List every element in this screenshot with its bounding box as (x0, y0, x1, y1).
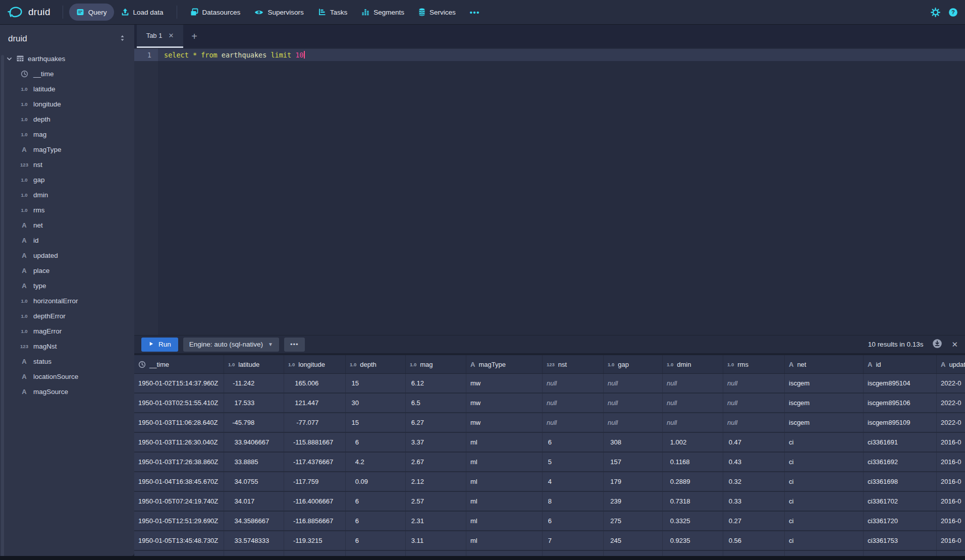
engine-select[interactable]: Engine: auto (sql-native) ▼ (183, 338, 279, 352)
cell-longitude[interactable]: -116.4006667 (284, 492, 346, 511)
cell-rms[interactable]: 0.33 (723, 492, 785, 511)
cell-net[interactable]: ci (785, 453, 864, 471)
cell-depth[interactable]: 6 (346, 512, 406, 530)
cell-latitude[interactable]: -45.798 (224, 413, 284, 432)
cell-updated[interactable]: 2016-0 (937, 531, 965, 550)
cell-rms[interactable]: 0.56 (723, 531, 785, 550)
cell-dmin[interactable]: null (663, 394, 723, 412)
sidebar-scrollbar[interactable] (1, 55, 4, 559)
nav-item-datasources[interactable]: Datasources (183, 4, 248, 21)
cell-depth[interactable]: 15 (346, 413, 406, 432)
cell-dmin[interactable]: 1.002 (663, 433, 723, 452)
cell-magType[interactable]: ml (466, 453, 543, 471)
cell-id[interactable]: ci3361691 (864, 433, 937, 452)
tab-close-icon[interactable]: ✕ (168, 32, 174, 39)
cell-longitude[interactable]: -117.759 (284, 472, 346, 491)
cell-longitude[interactable]: -119.3215 (284, 531, 346, 550)
cell-updated[interactable]: 2016-0 (937, 492, 965, 511)
download-results-icon[interactable] (932, 339, 942, 351)
cell-longitude[interactable]: -77.077 (284, 413, 346, 432)
cell-mag[interactable]: 2.57 (406, 492, 466, 511)
sidebar-column-place[interactable]: Aplace (0, 263, 134, 278)
cell-longitude[interactable]: -115.8881667 (284, 433, 346, 452)
cell-mag[interactable]: 2.67 (406, 453, 466, 471)
cell-nst[interactable]: 5 (543, 453, 604, 471)
cell-nst[interactable]: 4 (543, 472, 604, 491)
settings-gear-icon[interactable] (931, 8, 940, 17)
cell-rms[interactable]: 0.32 (723, 472, 785, 491)
cell-__time[interactable]: 1950-01-03T02:51:55.410Z (134, 394, 224, 412)
help-icon[interactable]: ? (948, 8, 958, 17)
cell-dmin[interactable]: 0.2889 (663, 472, 723, 491)
nav-item-more[interactable]: ••• (463, 4, 487, 21)
nav-item-tasks[interactable]: Tasks (311, 4, 355, 21)
tab-tab1[interactable]: Tab 1 ✕ (137, 25, 183, 48)
sidebar-column-depthError[interactable]: 1.0depthError (0, 308, 134, 323)
cell-depth[interactable]: 0.09 (346, 472, 406, 491)
sort-columns-icon[interactable] (119, 34, 126, 44)
sql-editor[interactable]: 1 select * from earthquakes limit 10 (134, 48, 965, 335)
cell-updated[interactable]: 2016-0 (937, 433, 965, 452)
cell-updated[interactable]: 2022-0 (937, 394, 965, 412)
cell-net[interactable]: iscgem (785, 413, 864, 432)
cell-latitude[interactable]: 34.3586667 (224, 512, 284, 530)
column-header-updated[interactable]: Aupdated (937, 355, 965, 373)
cell-rms[interactable]: 0.27 (723, 512, 785, 530)
cell-__time[interactable]: 1950-01-03T17:26:38.860Z (134, 453, 224, 471)
cell-dmin[interactable]: 0.1168 (663, 453, 723, 471)
cell-latitude[interactable]: -11.242 (224, 374, 284, 393)
cell-longitude[interactable]: 165.006 (284, 374, 346, 393)
cell-latitude[interactable]: 33.8885 (224, 453, 284, 471)
cell-dmin[interactable]: 0.3325 (663, 512, 723, 530)
cell-nst[interactable]: null (543, 394, 604, 412)
cell-rms[interactable]: null (723, 413, 785, 432)
sidebar-column-__time[interactable]: __time (0, 66, 134, 81)
sidebar-column-nst[interactable]: 123nst (0, 157, 134, 172)
cell-updated[interactable]: 2022-0 (937, 374, 965, 393)
cell-net[interactable]: ci (785, 492, 864, 511)
cell-depth[interactable]: 30 (346, 394, 406, 412)
sidebar-column-status[interactable]: Astatus (0, 354, 134, 369)
cell-nst[interactable]: 6 (543, 512, 604, 530)
column-header-latitude[interactable]: 1.0latitude (224, 355, 284, 373)
cell-depth[interactable]: 4.2 (346, 453, 406, 471)
cell-rms[interactable]: 0.43 (723, 453, 785, 471)
cell-gap[interactable]: null (604, 413, 663, 432)
chevron-down-icon[interactable] (6, 55, 13, 62)
sidebar-column-type[interactable]: Atype (0, 278, 134, 293)
cell-magType[interactable]: ml (466, 472, 543, 491)
cell-updated[interactable]: 2016-0 (937, 472, 965, 491)
sidebar-column-longitude[interactable]: 1.0longitude (0, 96, 134, 111)
cell-__time[interactable]: 1950-01-05T13:45:48.730Z (134, 531, 224, 550)
cell-longitude[interactable]: -116.8856667 (284, 512, 346, 530)
cell-gap[interactable]: 179 (604, 472, 663, 491)
cell-id[interactable]: ci3361702 (864, 492, 937, 511)
column-header-magType[interactable]: AmagType (466, 355, 543, 373)
cell-__time[interactable]: 1950-01-03T11:26:30.040Z (134, 433, 224, 452)
cell-magType[interactable]: ml (466, 512, 543, 530)
cell-latitude[interactable]: 33.9406667 (224, 433, 284, 452)
cell-gap[interactable]: null (604, 374, 663, 393)
sidebar-column-depth[interactable]: 1.0depth (0, 111, 134, 127)
sidebar-column-magSource[interactable]: AmagSource (0, 384, 134, 399)
nav-item-services[interactable]: Services (411, 4, 463, 21)
cell-net[interactable]: ci (785, 512, 864, 530)
nav-item-query[interactable]: Query (69, 4, 114, 21)
cell-id[interactable]: ci3361720 (864, 512, 937, 530)
sidebar-column-id[interactable]: Aid (0, 233, 134, 248)
column-header-net[interactable]: Anet (785, 355, 864, 373)
cell-magType[interactable]: mw (466, 374, 543, 393)
nav-item-load-data[interactable]: Load data (114, 4, 171, 21)
cell-net[interactable]: ci (785, 531, 864, 550)
column-header-mag[interactable]: 1.0mag (406, 355, 466, 373)
sidebar-column-locationSource[interactable]: AlocationSource (0, 369, 134, 384)
cell-net[interactable]: iscgem (785, 374, 864, 393)
cell-__time[interactable]: 1950-01-05T07:24:19.740Z (134, 492, 224, 511)
cell-mag[interactable]: 3.37 (406, 433, 466, 452)
sidebar-column-rms[interactable]: 1.0rms (0, 202, 134, 217)
sidebar-column-net[interactable]: Anet (0, 217, 134, 233)
cell-id[interactable]: ci3361698 (864, 472, 937, 491)
cell-rms[interactable]: 0.47 (723, 433, 785, 452)
sidebar-column-gap[interactable]: 1.0gap (0, 172, 134, 187)
cell-__time[interactable]: 1950-01-02T15:14:37.960Z (134, 374, 224, 393)
